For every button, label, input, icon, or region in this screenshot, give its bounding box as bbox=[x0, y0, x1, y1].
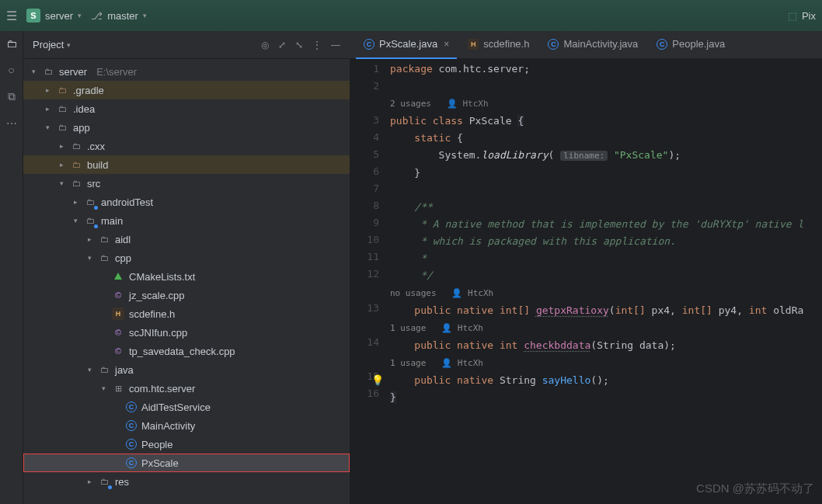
tree-row-aidl[interactable]: 🗀aidl bbox=[23, 230, 350, 249]
tree-arrow[interactable] bbox=[85, 254, 93, 262]
tree-arrow[interactable] bbox=[44, 105, 51, 113]
tree-arrow[interactable] bbox=[85, 366, 93, 374]
tree-row-cpp[interactable]: 🗀cpp bbox=[23, 249, 350, 267]
kebab-icon[interactable]: ⋮ bbox=[312, 40, 322, 50]
tree-arrow[interactable] bbox=[85, 478, 93, 485]
tab-mainactivity-java[interactable]: CMainActivity.java bbox=[540, 31, 646, 59]
cmake-icon bbox=[112, 270, 124, 283]
minimize-icon[interactable]: — bbox=[331, 40, 340, 50]
class-icon: C bbox=[126, 457, 137, 468]
tree-label: People bbox=[141, 439, 172, 450]
collapse-icon[interactable]: ⤡ bbox=[295, 40, 303, 50]
tree-arrow[interactable] bbox=[44, 86, 51, 94]
branch-name: master bbox=[107, 10, 138, 22]
folder-icon: 🗀 bbox=[98, 475, 110, 488]
target-icon[interactable]: ◎ bbox=[261, 40, 269, 50]
tree-row--gradle[interactable]: 🗀.gradle bbox=[23, 81, 350, 99]
tree-row--idea[interactable]: 🗀.idea bbox=[23, 99, 350, 118]
project-badge: S bbox=[26, 9, 40, 23]
branch-icon: ⎇ bbox=[91, 10, 103, 22]
tree-row-cmakelists-txt[interactable]: CMakeLists.txt bbox=[23, 267, 350, 286]
tree-row-scdefine-h[interactable]: Hscdefine.h bbox=[23, 304, 350, 323]
tree-label: main bbox=[101, 215, 123, 227]
folder-icon: 🗀 bbox=[42, 65, 54, 78]
tree-row-pxscale[interactable]: CPxScale bbox=[23, 454, 350, 472]
editor-body[interactable]: 12 3456789101112 13 14 1516 package com.… bbox=[350, 59, 822, 504]
tree-label: cpp bbox=[115, 252, 131, 264]
tree-arrow[interactable] bbox=[57, 161, 65, 169]
tree-row-scjnifun-cpp[interactable]: ©scJNIfun.cpp bbox=[23, 323, 350, 342]
chevron-down-icon: ▾ bbox=[78, 12, 82, 19]
tree-label: .gradle bbox=[73, 85, 104, 96]
close-icon[interactable]: × bbox=[444, 39, 449, 50]
tab-scdefine-h[interactable]: Hscdefine.h bbox=[460, 31, 537, 59]
panel-header: Project ▾ ◎ ⤢ ⤡ ⋮ — bbox=[23, 31, 350, 59]
tree-label: .idea bbox=[73, 103, 95, 115]
tree-label: build bbox=[87, 159, 108, 171]
tree-row-app[interactable]: 🗀app bbox=[23, 118, 350, 137]
tree-label: aidl bbox=[115, 234, 131, 245]
tree-row-server[interactable]: 🗀serverE:\server bbox=[23, 62, 350, 81]
branch-selector[interactable]: ⎇ master ▾ bbox=[91, 10, 147, 22]
tree-label: .cxx bbox=[87, 141, 105, 152]
tab-label: PxScale.java bbox=[379, 38, 437, 50]
tree-row-mainactivity[interactable]: CMainActivity bbox=[23, 416, 350, 435]
tree-arrow[interactable] bbox=[57, 142, 65, 150]
tree-row-build[interactable]: 🗀build bbox=[23, 155, 350, 174]
expand-icon[interactable]: ⤢ bbox=[278, 40, 286, 50]
folder-icon: 🗀 bbox=[56, 121, 68, 134]
tree-row-res[interactable]: 🗀res bbox=[23, 472, 350, 491]
tree-label: AidlTestService bbox=[141, 401, 211, 413]
project-panel: Project ▾ ◎ ⤢ ⤡ ⋮ — 🗀serverE:\server🗀.gr… bbox=[23, 31, 350, 504]
folder-icon: 🗀 bbox=[56, 84, 68, 96]
tree-row-main[interactable]: 🗀main bbox=[23, 211, 350, 230]
lightbulb-icon[interactable]: 💡 bbox=[371, 372, 384, 389]
tree-arrow[interactable] bbox=[71, 217, 79, 224]
tab-people-java[interactable]: CPeople.java bbox=[649, 31, 733, 59]
more-icon[interactable]: ⋯ bbox=[6, 117, 17, 130]
structure-icon[interactable]: ⧉ bbox=[8, 90, 16, 103]
tree-arrow[interactable] bbox=[44, 123, 51, 131]
tree-row--cxx[interactable]: 🗀.cxx bbox=[23, 137, 350, 155]
tree-row-aidltestservice[interactable]: CAidlTestService bbox=[23, 398, 350, 416]
tab-pxscale-java[interactable]: CPxScale.java× bbox=[356, 31, 457, 59]
pix-icon: ⬚ bbox=[788, 10, 797, 22]
tree-row-jz-scale-cpp[interactable]: ©jz_scale.cpp bbox=[23, 286, 350, 304]
tree-label: java bbox=[115, 364, 134, 376]
tree-label: server bbox=[59, 66, 87, 78]
tree-arrow[interactable] bbox=[30, 68, 37, 75]
commit-icon[interactable]: ○ bbox=[8, 64, 14, 76]
panel-title[interactable]: Project ▾ bbox=[33, 39, 71, 50]
folder-icon[interactable]: 🗀 bbox=[6, 37, 17, 50]
tree-arrow[interactable] bbox=[71, 198, 79, 206]
project-selector[interactable]: S server ▾ bbox=[26, 9, 82, 23]
tree-row-com-htc-server[interactable]: ⊞com.htc.server bbox=[23, 379, 350, 398]
folder-icon: 🗀 bbox=[70, 158, 82, 171]
cpp-icon: © bbox=[112, 326, 124, 339]
tree-label: src bbox=[87, 178, 100, 189]
tab-label: MainActivity.java bbox=[563, 38, 638, 50]
code-content[interactable]: package com.htc.server; 2 usages 👤 HtcXh… bbox=[390, 59, 822, 504]
tab-label: scdefine.h bbox=[483, 38, 529, 50]
tree-label: androidTest bbox=[101, 196, 153, 208]
tree-arrow[interactable] bbox=[57, 179, 65, 187]
class-icon: C bbox=[126, 401, 137, 412]
tree-label: jz_scale.cpp bbox=[129, 290, 185, 301]
hamburger-icon[interactable]: ☰ bbox=[6, 9, 17, 23]
left-tool-rail: 🗀 ○ ⧉ ⋯ bbox=[0, 31, 23, 504]
class-icon: C bbox=[657, 39, 667, 50]
folder-icon: 🗀 bbox=[98, 233, 110, 245]
tree-arrow[interactable] bbox=[99, 384, 107, 392]
line-gutter: 12 3456789101112 13 14 1516 bbox=[350, 59, 390, 504]
tree-row-src[interactable]: 🗀src bbox=[23, 174, 350, 193]
class-icon: C bbox=[364, 39, 374, 50]
tree-row-androidtest[interactable]: 🗀androidTest bbox=[23, 193, 350, 211]
top-right-action[interactable]: ⬚ Pix bbox=[788, 10, 816, 22]
folder-icon: 🗀 bbox=[70, 140, 82, 152]
cpp-icon: © bbox=[112, 345, 124, 357]
tree-row-java[interactable]: 🗀java bbox=[23, 360, 350, 379]
tree-arrow[interactable] bbox=[85, 235, 93, 243]
tree-row-tp-savedata-check-cpp[interactable]: ©tp_savedata_check.cpp bbox=[23, 342, 350, 360]
tree-row-people[interactable]: CPeople bbox=[23, 435, 350, 454]
project-tree[interactable]: 🗀serverE:\server🗀.gradle🗀.idea🗀app🗀.cxx🗀… bbox=[23, 59, 350, 504]
